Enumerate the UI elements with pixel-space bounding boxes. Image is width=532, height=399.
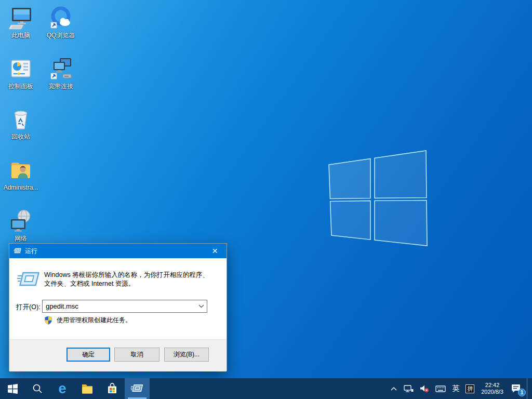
keyboard-icon: [435, 385, 446, 393]
tray-network[interactable]: [401, 378, 417, 399]
broadband-icon: [41, 55, 81, 81]
run-description-line1: Windows 将根据你所输入的名称，为你打开相应的程序、: [44, 271, 209, 280]
run-combobox[interactable]: [42, 300, 207, 313]
taskbar-explorer-button[interactable]: [75, 378, 100, 399]
run-dialog-footer: 确定 取消 浏览(B)...: [9, 339, 227, 371]
cancel-button[interactable]: 取消: [114, 348, 159, 362]
microsoft-store-icon: [106, 382, 118, 395]
windows-start-icon: [8, 384, 18, 394]
this-pc-icon: [1, 4, 41, 30]
run-description: Windows 将根据你所输入的名称，为你打开相应的程序、 文件夹、文档或 In…: [44, 271, 209, 288]
admin-note-text: 使用管理权限创建此任务。: [57, 316, 131, 325]
run-icon: [17, 270, 42, 290]
tray-show-hidden-icons[interactable]: [387, 378, 401, 399]
browse-button[interactable]: 浏览(B)...: [164, 348, 209, 362]
desktop-icon-label: QQ浏览器: [41, 32, 81, 39]
clock-date: 2020/8/3: [481, 389, 503, 395]
ime-pinyin-icon: 拼: [466, 384, 474, 393]
chevron-up-icon: [390, 386, 397, 391]
search-icon: [32, 383, 43, 394]
notification-count-badge: 1: [518, 389, 526, 396]
network-icon: [1, 207, 41, 233]
clock-time: 22:42: [481, 382, 503, 389]
run-dialog: 运行 ✕ Windows 将根据你所输入的名称，为你打开相应的程序、 文件夹、文…: [9, 243, 227, 371]
desktop-icon-label: 宽带连接: [41, 83, 81, 90]
file-explorer-icon: [81, 383, 94, 394]
tray-clock[interactable]: 22:42 2020/8/3: [477, 382, 507, 395]
taskbar: e: [0, 378, 532, 399]
desktop-icon-label: 控制面板: [1, 83, 41, 90]
language-label: 英: [452, 384, 459, 393]
ok-button[interactable]: 确定: [66, 348, 110, 362]
taskbar-search-button[interactable]: [25, 378, 50, 399]
edge-icon: e: [58, 382, 66, 396]
qq-browser-icon: [41, 4, 81, 30]
system-tray: 英 拼 22:42 2020/8/3 1: [387, 378, 532, 399]
admin-note-row: 使用管理权限创建此任务。: [44, 316, 131, 325]
desktop-icon-label: 此电脑: [1, 32, 41, 39]
recycle-bin-icon: [1, 105, 41, 131]
desktop: 此电脑 QQ浏览器: [0, 0, 532, 399]
desktop-icon-recycle-bin[interactable]: 回收站: [1, 105, 41, 140]
taskbar-run-button[interactable]: [125, 378, 150, 399]
start-button[interactable]: [0, 378, 25, 399]
run-input[interactable]: [43, 302, 195, 310]
run-taskbar-icon: [130, 383, 144, 394]
run-dialog-title: 运行: [25, 247, 37, 256]
desktop-icon-control-panel[interactable]: 控制面板: [1, 55, 41, 90]
tray-touch-keyboard[interactable]: [432, 378, 449, 399]
control-panel-icon: [1, 55, 41, 81]
taskbar-edge-button[interactable]: e: [50, 378, 75, 399]
desktop-icon-label: 回收站: [1, 133, 41, 140]
desktop-icon-admin-folder[interactable]: Administra...: [1, 156, 41, 191]
show-desktop-button[interactable]: [527, 378, 530, 399]
action-center-button[interactable]: 1: [507, 378, 527, 399]
desktop-icon-label: 网络: [1, 235, 41, 242]
desktop-icon-broadband[interactable]: 宽带连接: [41, 55, 81, 90]
desktop-icon-qq-browser[interactable]: QQ浏览器: [41, 4, 81, 39]
tray-ime-indicator[interactable]: 拼: [462, 378, 477, 399]
uac-shield-icon: [44, 316, 52, 325]
taskbar-store-button[interactable]: [100, 378, 125, 399]
run-dialog-body: Windows 将根据你所输入的名称，为你打开相应的程序、 文件夹、文档或 In…: [9, 258, 227, 339]
network-ethernet-icon: [404, 385, 414, 393]
windows-logo-wallpaper: [322, 145, 434, 252]
volume-muted-icon: [420, 384, 429, 393]
desktop-icon-network[interactable]: 网络: [1, 207, 41, 242]
desktop-icon-label: Administra...: [1, 184, 41, 191]
run-window-icon: [14, 247, 22, 255]
tray-volume[interactable]: [417, 378, 432, 399]
run-dialog-titlebar[interactable]: 运行 ✕: [9, 244, 227, 258]
close-icon[interactable]: ✕: [203, 244, 227, 258]
user-folder-icon: [1, 156, 41, 182]
tray-language-indicator[interactable]: 英: [449, 378, 462, 399]
open-label: 打开(O):: [16, 303, 41, 312]
run-description-line2: 文件夹、文档或 Internet 资源。: [44, 280, 209, 288]
desktop-icon-this-pc[interactable]: 此电脑: [1, 4, 41, 39]
chevron-down-icon[interactable]: [195, 304, 207, 308]
